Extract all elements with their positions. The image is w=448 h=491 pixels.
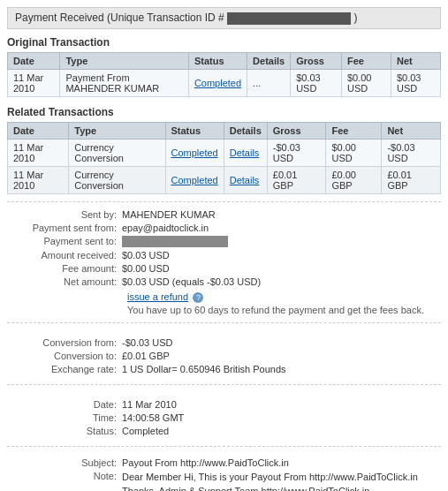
fee-label: Fee amount:	[7, 263, 122, 274]
amount-label: Amount received:	[7, 250, 122, 261]
amount-row: Amount received: $0.03 USD	[7, 250, 441, 261]
conversion-to-value: £0.01 GBP	[122, 351, 170, 361]
sent-from-value: epay@paidtoclick.in	[122, 223, 209, 233]
rel-net-1: -$0.03 USD	[382, 139, 441, 166]
txn-date-value: 11 Mar 2010	[122, 399, 177, 410]
table-row: 11 Mar 2010 Currency Conversion Complete…	[8, 139, 441, 166]
sent-by-row: Sent by: MAHENDER KUMAR	[7, 209, 441, 220]
txn-time-row: Time: 14:00:58 GMT	[7, 412, 441, 423]
col-fee-rel: Fee	[326, 122, 382, 139]
rel-date-2: 11 Mar 2010	[8, 166, 69, 193]
table-row: 11 Mar 2010 Currency Conversion Complete…	[8, 166, 441, 193]
conversion-from-label: Conversion from:	[7, 337, 122, 348]
col-type-rel: Type	[69, 122, 165, 139]
col-details-orig: Details	[247, 52, 291, 69]
fee-row: Fee amount: $0.00 USD	[7, 263, 441, 274]
orig-date: 11 Mar 2010	[8, 69, 60, 96]
subject-label: Subject:	[7, 457, 122, 468]
header-bar: Payment Received (Unique Transaction ID …	[7, 7, 441, 29]
exchange-rate-value: 1 US Dollar= 0.650946 British Pounds	[122, 364, 286, 374]
txn-time-value: 14:00:58 GMT	[122, 412, 184, 423]
rel-details-1[interactable]: Details	[224, 139, 267, 166]
refund-info-text: You have up to 60 days to refund the pay…	[127, 305, 441, 315]
orig-status-link[interactable]: Completed	[194, 78, 241, 88]
orig-net: $0.03 USD	[391, 69, 440, 96]
transaction-id-redacted	[227, 12, 351, 25]
rel-type-1: Currency Conversion	[69, 139, 165, 166]
net-row: Net amount: $0.03 USD (equals -$0.03 USD…	[7, 276, 441, 287]
col-date-rel: Date	[8, 122, 69, 139]
note-value: Dear Member Hi, This is your Payout From…	[122, 471, 422, 491]
sent-to-label: Payment sent to:	[7, 236, 122, 248]
conversion-section: Conversion from: -$0.03 USD Conversion t…	[7, 330, 441, 385]
exchange-rate-row: Exchange rate: 1 US Dollar= 0.650946 Bri…	[7, 364, 441, 374]
rel-status-1: Completed	[165, 139, 224, 166]
col-type-orig: Type	[60, 52, 188, 69]
orig-status: Completed	[188, 69, 247, 96]
page-wrapper: Payment Received (Unique Transaction ID …	[0, 0, 448, 491]
orig-details: ...	[247, 69, 291, 96]
exchange-rate-label: Exchange rate:	[7, 364, 122, 374]
rel-status-2: Completed	[165, 166, 224, 193]
notes-section: Subject: Payout From http://www.PaidToCl…	[7, 454, 441, 491]
col-status-orig: Status	[188, 52, 247, 69]
transaction-info-section: Date: 11 Mar 2010 Time: 14:00:58 GMT Sta…	[7, 392, 441, 447]
col-gross-orig: Gross	[291, 52, 342, 69]
txn-date-label: Date:	[7, 399, 122, 410]
orig-type: Payment From MAHENDER KUMAR	[60, 69, 188, 96]
rel-net-2: £0.01 GBP	[382, 166, 441, 193]
rel-details-2[interactable]: Details	[224, 166, 267, 193]
table-row: 11 Mar 2010 Payment From MAHENDER KUMAR …	[8, 69, 441, 96]
conversion-from-row: Conversion from: -$0.03 USD	[7, 337, 441, 348]
sent-by-label: Sent by:	[7, 209, 122, 220]
txn-status-row: Status: Completed	[7, 426, 441, 436]
question-icon[interactable]: ?	[193, 292, 203, 303]
subject-row: Subject: Payout From http://www.PaidToCl…	[7, 457, 441, 468]
sent-by-value: MAHENDER KUMAR	[122, 209, 216, 220]
related-transactions-title: Related Transactions	[7, 106, 441, 118]
col-status-rel: Status	[165, 122, 224, 139]
sent-to-row: Payment sent to:	[7, 236, 441, 248]
conversion-to-row: Conversion to: £0.01 GBP	[7, 351, 441, 361]
col-date-orig: Date	[8, 52, 60, 69]
refund-row: issue a refund ?	[7, 291, 441, 303]
header-close-paren: )	[353, 11, 357, 24]
rel-gross-2: £0.01 GBP	[267, 166, 326, 193]
net-label: Net amount:	[7, 276, 122, 287]
rel-type-2: Currency Conversion	[69, 166, 165, 193]
fee-value: $0.00 USD	[122, 263, 170, 274]
rel-gross-1: -$0.03 USD	[267, 139, 326, 166]
note-label: Note:	[7, 471, 122, 491]
rel-date-1: 11 Mar 2010	[8, 139, 69, 166]
header-title: Payment Received (Unique Transaction ID …	[15, 11, 224, 24]
sent-from-row: Payment sent from: epay@paidtoclick.in	[7, 223, 441, 233]
txn-date-row: Date: 11 Mar 2010	[7, 399, 441, 410]
rel-status-link-1[interactable]: Completed	[171, 147, 218, 158]
rel-details-link-2[interactable]: Details	[230, 175, 260, 185]
col-fee-orig: Fee	[341, 52, 391, 69]
conversion-from-value: -$0.03 USD	[122, 337, 172, 348]
original-transaction-table: Date Type Status Details Gross Fee Net 1…	[7, 52, 441, 97]
txn-time-label: Time:	[7, 412, 122, 423]
col-net-orig: Net	[391, 52, 440, 69]
related-transactions-table: Date Type Status Details Gross Fee Net 1…	[7, 122, 441, 194]
col-net-rel: Net	[382, 122, 441, 139]
orig-gross: $0.03 USD	[291, 69, 342, 96]
rel-fee-1: $0.00 USD	[326, 139, 382, 166]
col-details-rel: Details	[224, 122, 267, 139]
col-gross-rel: Gross	[267, 122, 326, 139]
issue-refund-link[interactable]: issue a refund	[127, 291, 188, 302]
sent-from-label: Payment sent from:	[7, 223, 122, 233]
conversion-to-label: Conversion to:	[7, 351, 122, 361]
note-row: Note: Dear Member Hi, This is your Payou…	[7, 471, 441, 491]
rel-fee-2: £0.00 GBP	[326, 166, 382, 193]
sent-to-value	[122, 236, 228, 248]
orig-fee: $0.00 USD	[341, 69, 391, 96]
txn-status-value: Completed	[122, 426, 169, 436]
amount-value: $0.03 USD	[122, 250, 170, 261]
txn-status-label: Status:	[7, 426, 122, 436]
subject-value: Payout From http://www.PaidToClick.in	[122, 457, 289, 468]
rel-status-link-2[interactable]: Completed	[171, 175, 218, 185]
rel-details-link-1[interactable]: Details	[230, 147, 260, 158]
net-value: $0.03 USD (equals -$0.03 USD)	[122, 276, 261, 287]
